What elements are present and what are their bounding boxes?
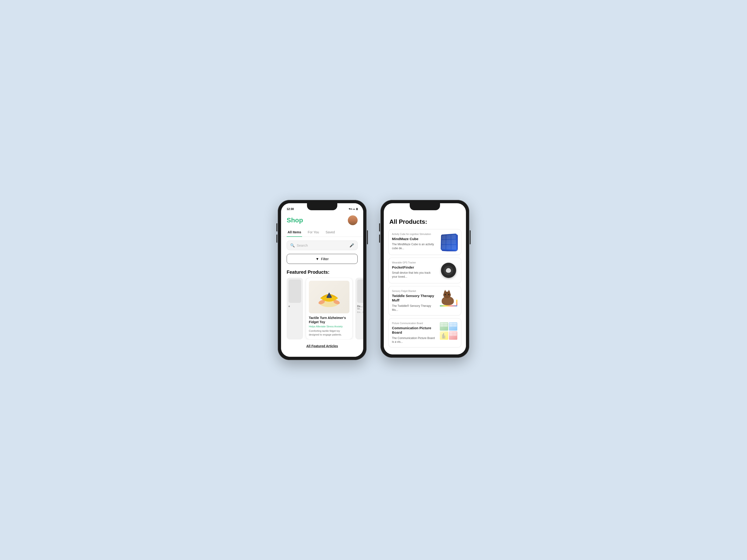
ribbon-tail bbox=[456, 300, 457, 305]
product-pocketfinder-image bbox=[439, 261, 458, 280]
product-mindmaze-category: Activity Cube for cognitive Stimulation bbox=[392, 233, 436, 236]
tab-saved[interactable]: Saved bbox=[325, 228, 336, 237]
all-products-title: All Products: bbox=[384, 213, 466, 229]
shop-header: Shop bbox=[281, 213, 363, 228]
comm-panel-2 bbox=[449, 322, 457, 331]
product-mindmaze-info: Activity Cube for cognitive Stimulation … bbox=[392, 233, 436, 250]
cat-ear-right bbox=[447, 290, 450, 293]
filter-container: ▼ Filter bbox=[281, 252, 363, 268]
comm-panel-3-content bbox=[440, 331, 448, 340]
cat-visual bbox=[440, 291, 457, 306]
gps-inner bbox=[444, 266, 453, 275]
cube-visual bbox=[441, 233, 457, 250]
search-input[interactable]: Search bbox=[297, 243, 347, 247]
side-card-right-sublabel: Wi... bbox=[357, 308, 363, 310]
featured-card-right[interactable]: De... Wi... Em... De... bbox=[355, 278, 363, 340]
product-pocketfinder-name: PocketFinder bbox=[392, 265, 436, 270]
gps-tracker-visual bbox=[441, 263, 456, 278]
product-comm-board-name: Communication Picture Board bbox=[392, 326, 436, 335]
product-mindmaze-name: MindMaze Cube bbox=[392, 237, 436, 241]
search-bar[interactable]: 🔍 Search 🎤 bbox=[287, 241, 358, 250]
chart-icon bbox=[442, 332, 446, 339]
all-products-screen: All Products: Activity Cube for cognitiv… bbox=[384, 213, 466, 354]
cube-cell-3 bbox=[451, 235, 456, 239]
ribbon bbox=[440, 305, 457, 306]
search-container: 🔍 Search 🎤 bbox=[281, 237, 363, 252]
cube-cell-6 bbox=[451, 239, 456, 244]
comm-panel-1 bbox=[440, 322, 448, 331]
phone-1-screen: 12:30 ▾◂ ▪▪▪ ▮ Shop All Items bbox=[281, 203, 363, 357]
side-card-right-desc: Em... De... bbox=[357, 311, 363, 313]
side-card-right-label: De... bbox=[357, 305, 363, 308]
power-button bbox=[367, 230, 368, 244]
product-pocketfinder-desc: Small device that lets you track your lo… bbox=[392, 271, 436, 279]
gps-face bbox=[446, 268, 451, 273]
product-comm-board-image bbox=[439, 322, 458, 341]
tab-for-you[interactable]: For You bbox=[307, 228, 320, 237]
cube-cell-7 bbox=[441, 244, 446, 249]
filter-button[interactable]: ▼ Filter bbox=[287, 254, 358, 264]
featured-title: Featured Products: bbox=[281, 268, 363, 278]
side-card-label: e bbox=[288, 305, 301, 308]
featured-product-desc: Comforting tactile fidget toy designed t… bbox=[309, 329, 350, 337]
product-card-comm-board[interactable]: Picture Communication Board Communicatio… bbox=[388, 318, 461, 348]
comm-panel-4-content bbox=[449, 331, 457, 336]
tab-all-items[interactable]: All Items bbox=[287, 228, 302, 237]
product-card-image bbox=[309, 281, 350, 313]
featured-products-scroll[interactable]: e bbox=[281, 278, 363, 340]
wifi-icon: ▾◂ bbox=[349, 208, 352, 211]
cube-cell-8 bbox=[446, 245, 451, 249]
product-twiddle-name: Twiddle Sensory Therapy Muff bbox=[392, 294, 436, 303]
featured-card-left[interactable]: e bbox=[287, 278, 303, 340]
product-card-mindmaze[interactable]: Activity Cube for cognitive Stimulation … bbox=[388, 229, 461, 255]
phone-1: 12:30 ▾◂ ▪▪▪ ▮ Shop All Items bbox=[278, 200, 366, 360]
filter-icon: ▼ bbox=[316, 257, 319, 261]
cube-grid bbox=[441, 233, 457, 250]
avatar[interactable] bbox=[348, 215, 358, 225]
product-twiddle-desc: The Twiddle® Sensory Therapy Mu... bbox=[392, 304, 436, 312]
cube-cell-2 bbox=[446, 235, 451, 239]
product-mindmaze-desc: The MindMaze Cube is an activity cube de… bbox=[392, 242, 436, 250]
product-pocketfinder-info: Wearable GPS Tracker PocketFinder Small … bbox=[392, 261, 436, 279]
svg-rect-7 bbox=[444, 336, 445, 339]
phone-2-screen: All Products: Activity Cube for cognitiv… bbox=[384, 203, 466, 354]
product-card-twiddle[interactable]: Sensory Fidget Blanket Twiddle Sensory T… bbox=[388, 286, 461, 316]
all-featured-articles-link[interactable]: All Featured Articles bbox=[281, 340, 363, 350]
fidget-toy-visual bbox=[309, 281, 350, 313]
tab-bar: All Items For You Saved bbox=[281, 228, 363, 237]
featured-card-center[interactable]: Tactile Turn Alzheimer's Fidget Toy Help… bbox=[306, 278, 353, 340]
comm-panel-4 bbox=[449, 331, 457, 340]
volume-up-button bbox=[276, 223, 277, 232]
product-pocketfinder-category: Wearable GPS Tracker bbox=[392, 261, 436, 264]
products-list: Activity Cube for cognitive Stimulation … bbox=[384, 229, 466, 347]
microphone-icon[interactable]: 🎤 bbox=[350, 243, 354, 247]
signal-icon: ▪▪▪ bbox=[353, 208, 355, 211]
comm-panel-1-content bbox=[440, 322, 448, 327]
cube-cell-5 bbox=[446, 240, 451, 244]
phone2-notch bbox=[410, 203, 440, 210]
cube-cell-9 bbox=[451, 245, 456, 250]
product-twiddle-category: Sensory Fidget Blanket bbox=[392, 290, 436, 293]
phone-notch bbox=[307, 203, 337, 210]
avatar-image bbox=[348, 215, 358, 225]
cat-eye-right bbox=[448, 294, 449, 295]
shop-screen: Shop All Items For You Saved 🔍 Search bbox=[281, 213, 363, 357]
cat-eye-left bbox=[445, 294, 446, 295]
svg-rect-6 bbox=[443, 333, 444, 339]
product-card-pocketfinder[interactable]: Wearable GPS Tracker PocketFinder Small … bbox=[388, 258, 461, 283]
cube-cell-1 bbox=[442, 235, 446, 240]
product-mindmaze-image bbox=[439, 233, 458, 251]
featured-product-subtitle: Helps Alleviate Stress Anxiety bbox=[309, 325, 350, 328]
product-comm-board-desc: The Communication Picture Board is a vis… bbox=[392, 336, 436, 344]
cat-head bbox=[443, 292, 451, 298]
search-icon: 🔍 bbox=[290, 243, 295, 247]
product-twiddle-image bbox=[439, 290, 458, 308]
volume-down-button bbox=[276, 235, 277, 243]
shop-title: Shop bbox=[287, 216, 303, 224]
phone2-volume-up bbox=[379, 223, 380, 232]
product-comm-board-info: Picture Communication Board Communicatio… bbox=[392, 322, 436, 344]
product-twiddle-info: Sensory Fidget Blanket Twiddle Sensory T… bbox=[392, 290, 436, 312]
fidget-toy-svg bbox=[317, 285, 341, 309]
comm-panel-2-content bbox=[449, 322, 457, 327]
cat-ear-left bbox=[444, 290, 446, 293]
